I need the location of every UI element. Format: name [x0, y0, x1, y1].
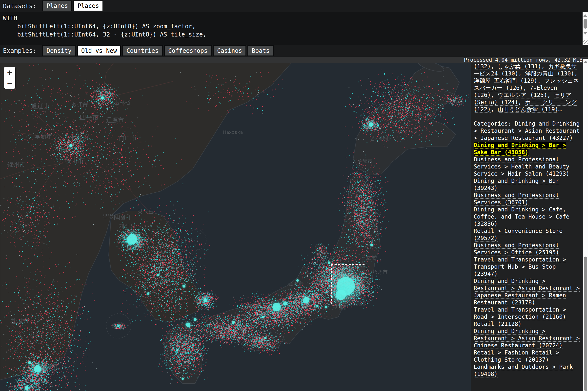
map-zoom-control: + − [4, 67, 15, 89]
brand-separator: … [558, 106, 562, 112]
category-link[interactable]: Business and Professional Services (3670… [474, 192, 559, 206]
category-link[interactable]: Dining and Drinking > Bar (39243) [474, 178, 559, 192]
category-link[interactable]: Travel and Transportation > Transport Hu… [474, 256, 566, 277]
results-sidebar: (132), しゃぶ葉 (131), カギ救急サービス24 (130), 洋服の… [471, 63, 583, 391]
sql-code-text[interactable]: WITH bitShiftLeft(1::UInt64, {z:UInt8}) … [0, 12, 588, 39]
brand-separator: , [491, 106, 498, 112]
brand-link[interactable]: (132) [474, 63, 491, 70]
examples-label: Examples: [3, 47, 36, 54]
brand-link[interactable]: ウエルシア (125) [498, 92, 547, 98]
examples-buttons: DensityOld vs NewCountriesCoffeeshopsCas… [42, 45, 274, 56]
status-text: Processed 4.04 million rows, 42.32 MiB [464, 57, 583, 63]
category-link[interactable]: Dining and Drinking > Restaurant > Asian… [474, 278, 580, 306]
brand-link[interactable]: 洋服の青山 (130) [525, 70, 575, 77]
page-scroll-up-icon[interactable] [584, 61, 588, 63]
code-scroll-thumb[interactable] [584, 19, 587, 29]
brand-separator: , [547, 92, 554, 98]
status-bar: Processed 4.04 million rows, 42.32 MiB [0, 57, 588, 63]
datasets-label: Datasets: [3, 2, 36, 10]
textarea-resize-grip-icon[interactable] [583, 37, 588, 45]
brand-link[interactable]: 洋麺屋 五右衛門 (129) [474, 78, 537, 84]
brand-separator: , [537, 78, 544, 84]
zoom-out-button[interactable]: − [4, 78, 15, 89]
category-link-highlighted[interactable]: Dining and Drinking > Bar > Sake Bar (43… [474, 142, 566, 156]
brands-list: (132), しゃぶ葉 (131), カギ救急サービス24 (130), 洋服の… [474, 63, 581, 113]
brand-separator: , [523, 85, 530, 91]
category-link[interactable]: Dining and Drinking > Cafe, Coffee, and … [474, 206, 570, 227]
category-link[interactable]: Retail > Convenience Store (29572) [474, 228, 563, 241]
map-container: + − [0, 63, 471, 391]
category-link[interactable]: Business and Professional Services > Off… [474, 242, 559, 256]
zoom-in-button[interactable]: + [4, 67, 15, 78]
brand-link[interactable]: しゃぶ葉 (131) [498, 63, 541, 70]
examples-bar: Examples: DensityOld vs NewCountriesCoff… [0, 45, 588, 57]
categories-list: Categories: Dining and Drinking > Restau… [474, 120, 581, 378]
code-scroll-down-icon[interactable] [583, 32, 587, 34]
category-link[interactable]: Retail > Fashion Retail > Clothing Store… [474, 349, 559, 363]
category-link[interactable]: Travel and Transportation > Road > Inter… [474, 306, 566, 320]
app-window: Datasets: PlanesPlaces WITH bitShiftLeft… [0, 0, 588, 391]
category-link[interactable]: Landmarks and Outdoors > Park (19498) [474, 364, 573, 378]
code-scroll-up-icon[interactable] [583, 14, 587, 17]
category-link[interactable]: Retail (21128) [474, 321, 522, 327]
example-button-old-vs-new[interactable]: Old vs New [77, 45, 121, 56]
example-button-coffeeshops[interactable]: Coffeeshops [164, 45, 212, 56]
brand-separator: , [518, 99, 525, 105]
example-button-countries[interactable]: Countries [122, 45, 163, 56]
sql-editor[interactable]: WITH bitShiftLeft(1::UInt64, {z:UInt8}) … [0, 12, 588, 45]
brand-separator: , [518, 70, 525, 77]
categories-label: Categories: [474, 120, 515, 127]
dataset-button-places[interactable]: Places [73, 0, 103, 11]
example-button-density[interactable]: Density [42, 45, 76, 56]
page-scrollbar[interactable] [583, 59, 588, 391]
brand-link[interactable]: 山田うどん食堂 (119) [498, 106, 558, 113]
dataset-button-planes[interactable]: Planes [42, 0, 72, 11]
datasets-bar: Datasets: PlanesPlaces [0, 0, 588, 12]
example-button-casinos[interactable]: Casinos [213, 45, 246, 56]
map-canvas[interactable] [0, 63, 471, 391]
brand-separator: , [541, 63, 548, 70]
brand-separator: , [491, 92, 498, 98]
brand-separator: , [491, 63, 498, 70]
datasets-buttons: PlanesPlaces [42, 0, 103, 11]
category-link[interactable]: Business and Professional Services > Hea… [474, 156, 570, 177]
example-button-boats[interactable]: Boats [247, 45, 274, 56]
page-scroll-thumb[interactable] [584, 257, 587, 391]
category-link[interactable]: Dining and Drinking > Restaurant > Asian… [474, 328, 580, 349]
brand-separator: , [574, 70, 578, 77]
code-scrollbar[interactable] [583, 12, 588, 37]
